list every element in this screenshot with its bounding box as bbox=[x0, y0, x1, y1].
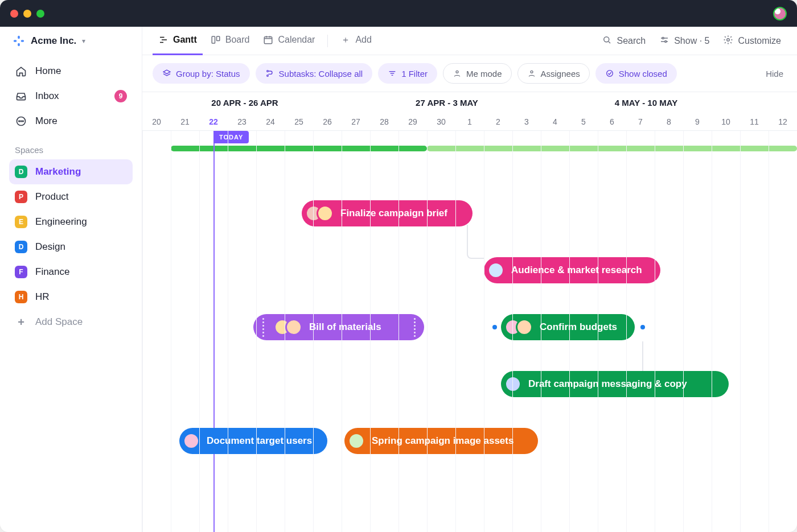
show-closed-pill[interactable]: Show closed bbox=[595, 63, 677, 84]
divider bbox=[327, 35, 328, 47]
add-space-button[interactable]: + Add Space bbox=[9, 310, 133, 335]
show-label: Show · 5 bbox=[674, 36, 709, 46]
space-label: Design bbox=[35, 241, 65, 253]
summary-segment bbox=[427, 146, 797, 151]
day-cell: 7 bbox=[626, 113, 655, 130]
tab-gantt[interactable]: Gantt bbox=[153, 27, 203, 55]
task-bar[interactable]: Document target users bbox=[179, 428, 327, 454]
workspace-switcher[interactable]: Acme Inc. ▾ bbox=[0, 27, 142, 55]
board-icon bbox=[211, 35, 221, 45]
more-icon bbox=[15, 115, 27, 127]
task-bar[interactable]: Audience & market research bbox=[484, 257, 660, 283]
avatar bbox=[348, 432, 365, 449]
sidebar: Acme Inc. ▾ Home Inbox 9 bbox=[0, 27, 142, 532]
minimize-icon[interactable] bbox=[23, 10, 31, 18]
tab-calendar[interactable]: Calendar bbox=[257, 27, 321, 55]
nav-more-label: More bbox=[35, 116, 57, 127]
space-chip: H bbox=[15, 291, 27, 303]
task-bar[interactable]: Finalize campaign brief bbox=[302, 200, 473, 226]
task-bar[interactable]: Draft campaign messaging & copy bbox=[501, 371, 729, 397]
task-bar[interactable]: Spring campaign image assets bbox=[344, 428, 538, 454]
current-user-avatar[interactable] bbox=[773, 7, 787, 20]
space-hr[interactable]: H HR bbox=[9, 284, 133, 310]
drag-handle-icon[interactable] bbox=[410, 318, 418, 337]
task-label: Confirm budgets bbox=[540, 321, 617, 333]
space-design[interactable]: D Design bbox=[9, 234, 133, 259]
me-mode-pill[interactable]: Me mode bbox=[443, 63, 512, 84]
customize-label: Customize bbox=[738, 36, 781, 46]
day-cell: 25 bbox=[285, 113, 313, 130]
space-label: HR bbox=[35, 291, 50, 303]
pill-label: Me mode bbox=[466, 69, 502, 79]
day-cell: 3 bbox=[512, 113, 541, 130]
day-cell: 28 bbox=[370, 113, 398, 130]
day-cell: 12 bbox=[769, 113, 797, 130]
day-cell: 29 bbox=[398, 113, 427, 130]
check-circle-icon bbox=[605, 69, 614, 78]
dependency-line bbox=[467, 225, 484, 259]
svg-point-6 bbox=[20, 121, 22, 122]
add-view-button[interactable]: ＋ Add bbox=[335, 27, 377, 55]
calendar-icon bbox=[263, 35, 273, 45]
task-label: Finalize campaign brief bbox=[340, 208, 447, 219]
drag-handle-icon[interactable] bbox=[259, 318, 267, 337]
inbox-badge: 9 bbox=[114, 90, 127, 102]
space-label: Finance bbox=[35, 266, 69, 278]
gantt-icon bbox=[158, 35, 169, 45]
day-cell: 8 bbox=[655, 113, 683, 130]
pill-label: Group by: Status bbox=[176, 69, 240, 79]
subtasks-pill[interactable]: Subtasks: Collapse all bbox=[256, 63, 373, 84]
gear-icon bbox=[723, 35, 733, 47]
filter-pill[interactable]: 1 Filter bbox=[378, 63, 437, 84]
day-cell: 1 bbox=[455, 113, 484, 130]
space-marketing[interactable]: D Marketing bbox=[9, 159, 133, 184]
space-finance[interactable]: F Finance bbox=[9, 259, 133, 284]
dependency-dot-icon[interactable] bbox=[640, 325, 645, 329]
today-pill: TODAY bbox=[213, 131, 249, 143]
pill-label: Assignees bbox=[541, 69, 580, 79]
gantt-timeline[interactable]: 20 APR - 26 APR 27 APR - 3 MAY 4 MAY - 1… bbox=[142, 92, 797, 532]
space-label: Product bbox=[35, 191, 69, 203]
layers-icon bbox=[162, 69, 171, 78]
search-button[interactable]: Search bbox=[596, 35, 651, 47]
close-icon[interactable] bbox=[10, 10, 18, 18]
svg-point-24 bbox=[266, 71, 268, 72]
space-chip: D bbox=[15, 166, 27, 178]
svg-point-5 bbox=[19, 121, 20, 122]
tab-board[interactable]: Board bbox=[205, 27, 256, 55]
person-icon bbox=[527, 69, 536, 78]
spaces-heading: Spaces bbox=[0, 137, 142, 157]
customize-button[interactable]: Customize bbox=[717, 35, 787, 47]
task-label: Audience & market research bbox=[511, 265, 642, 276]
hide-button[interactable]: Hide bbox=[762, 69, 787, 79]
svg-line-18 bbox=[609, 42, 610, 43]
space-product[interactable]: P Product bbox=[9, 184, 133, 209]
day-cell: 22 bbox=[199, 113, 228, 130]
avatar bbox=[516, 319, 533, 336]
space-chip: P bbox=[15, 191, 27, 203]
sliders-icon bbox=[659, 35, 669, 47]
day-cell: 30 bbox=[427, 113, 455, 130]
day-headers: 202122232425262728293012345678910111213 bbox=[142, 113, 797, 131]
task-label: Spring campaign image assets bbox=[372, 435, 513, 447]
svg-point-25 bbox=[266, 75, 268, 77]
pill-label: Show closed bbox=[619, 69, 667, 79]
nav-inbox[interactable]: Inbox 9 bbox=[9, 84, 133, 109]
filter-icon bbox=[388, 69, 397, 78]
space-engineering[interactable]: E Engineering bbox=[9, 209, 133, 234]
today-line bbox=[213, 131, 215, 532]
task-bar[interactable]: Confirm budgets bbox=[501, 314, 635, 340]
dependency-dot-icon[interactable] bbox=[492, 325, 497, 329]
nav-home[interactable]: Home bbox=[9, 59, 133, 84]
assignees-pill[interactable]: Assignees bbox=[517, 63, 590, 84]
nav-more[interactable]: More bbox=[9, 109, 133, 134]
group-by-pill[interactable]: Group by: Status bbox=[153, 63, 250, 84]
svg-rect-0 bbox=[18, 35, 20, 39]
day-cell: 24 bbox=[256, 113, 285, 130]
maximize-icon[interactable] bbox=[36, 10, 44, 18]
svg-rect-11 bbox=[212, 36, 215, 43]
week-label: 20 APR - 26 APR bbox=[142, 98, 347, 108]
day-cell: 21 bbox=[171, 113, 199, 130]
search-icon bbox=[602, 35, 612, 47]
show-button[interactable]: Show · 5 bbox=[654, 35, 715, 47]
